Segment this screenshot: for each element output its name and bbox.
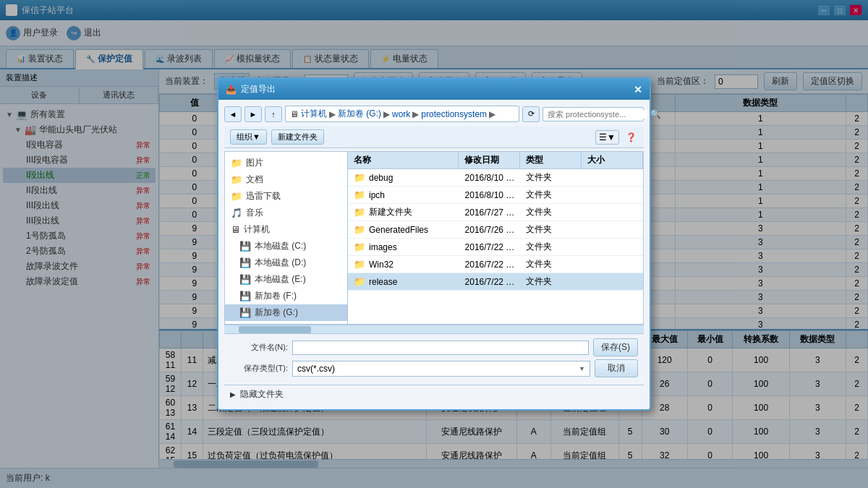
filetype-dropdown[interactable]: csv(*.csv) ▼ [292, 361, 590, 377]
filename-row: 文件名(N): 保存(S) [230, 338, 638, 356]
file-browser: ◄ ► ↑ 🖥 计算机 ▶ 新加卷 (G:) ▶ work ▶ protecti… [218, 100, 650, 409]
breadcrumb-icon: 🖥 [290, 109, 299, 119]
col-date: 修改日期 [459, 152, 520, 168]
breadcrumb-part2[interactable]: 新加卷 (G:) [338, 108, 381, 120]
folder-icon: 📁 [354, 172, 365, 183]
filetype-row: 保存类型(T): csv(*.csv) ▼ 取消 [230, 359, 638, 377]
right-panel: 名称 修改日期 类型 大小 📁 debug 2016/8/10 15:09 文件… [348, 152, 643, 324]
list-item[interactable]: 📁 release 2016/7/22 9:28 文件夹 [348, 273, 643, 291]
left-tree-computer[interactable]: 🖥 计算机 [225, 221, 347, 238]
left-tree-docs[interactable]: 📁 文档 [225, 171, 347, 188]
folder-toolbar: 组织▼ 新建文件夹 ☰▼ ❓ [224, 127, 644, 148]
file-browser-hscroll-thumb[interactable] [239, 326, 311, 333]
filename-input[interactable] [292, 341, 589, 355]
list-item[interactable]: 📁 新建文件夹 2016/7/27 17:11 文件夹 [348, 204, 643, 221]
breadcrumb-part4[interactable]: protectionsystem [421, 109, 487, 119]
left-tree-pictures[interactable]: 📁 图片 [225, 155, 347, 171]
nav-refresh-btn[interactable]: ⟳ [522, 106, 540, 122]
left-tree-c[interactable]: 💾 本地磁盘 (C:) [225, 238, 347, 254]
file-list-header: 名称 修改日期 类型 大小 [348, 152, 643, 169]
list-item[interactable]: 📁 Win32 2016/7/22 9:31 文件夹 [348, 256, 643, 273]
file-browser-body: 📁 图片 📁 文档 📁 迅雷下载 🎵 音乐 [224, 151, 644, 325]
col-name: 名称 [348, 152, 459, 168]
list-item[interactable]: 📁 GeneratedFiles 2016/7/26 17:30 文件夹 [348, 221, 643, 239]
list-item[interactable]: 📁 images 2016/7/22 12:00 文件夹 [348, 239, 643, 256]
folder-icon: 📁 [354, 189, 365, 200]
left-tree-d[interactable]: 💾 本地磁盘 (D:) [225, 254, 347, 271]
filetype-label: 保存类型(T): [230, 363, 288, 374]
breadcrumb-bar: 🖥 计算机 ▶ 新加卷 (G:) ▶ work ▶ protectionsyst… [285, 106, 519, 122]
search-box: 🔍 [542, 107, 644, 121]
left-tree-g[interactable]: 💾 新加卷 (G:) [225, 304, 347, 321]
file-inputs: 文件名(N): 保存(S) 保存类型(T): csv(*.csv) ▼ 取消 [224, 333, 644, 385]
left-panel: 📁 图片 📁 文档 📁 迅雷下载 🎵 音乐 [225, 152, 348, 324]
help-btn[interactable]: ❓ [624, 130, 638, 145]
new-folder-btn[interactable]: 新建文件夹 [271, 129, 324, 145]
dialog-title: 📤 定值导出 [226, 83, 276, 95]
organize-btn[interactable]: 组织▼ [230, 129, 267, 145]
nav-forward-btn[interactable]: ► [244, 106, 262, 122]
filename-label: 文件名(N): [230, 342, 288, 353]
dialog-title-bar: 📤 定值导出 ✕ [218, 79, 650, 100]
nav-up-btn[interactable]: ↑ [265, 106, 282, 122]
view-toggle-btn[interactable]: ☰▼ [595, 130, 619, 145]
file-nav-bar: ◄ ► ↑ 🖥 计算机 ▶ 新加卷 (G:) ▶ work ▶ protecti… [224, 106, 644, 122]
search-input[interactable] [548, 110, 647, 119]
dropdown-arrow-icon: ▼ [579, 365, 585, 372]
breadcrumb-part1[interactable]: 计算机 [301, 108, 327, 120]
left-tree-e[interactable]: 💾 本地磁盘 (E:) [225, 271, 347, 288]
folder-icon: 📁 [354, 276, 365, 287]
cancel-btn[interactable]: 取消 [595, 359, 638, 377]
breadcrumb-part3[interactable]: work [392, 109, 410, 119]
toggle-icon[interactable]: ▶ [230, 390, 236, 398]
dialog-export: 📤 定值导出 ✕ ◄ ► ↑ 🖥 计算机 ▶ 新加卷 (G:) ▶ work ▶ [217, 77, 651, 411]
list-item[interactable]: 📁 ipch 2016/8/10 8:29 文件夹 [348, 187, 643, 204]
folder-icon: 📁 [354, 241, 365, 252]
dialog-close-btn[interactable]: ✕ [634, 84, 642, 95]
list-item[interactable]: 📁 debug 2016/8/10 15:09 文件夹 [348, 169, 643, 187]
folder-icon: 📁 [354, 224, 365, 235]
file-list-body: 📁 debug 2016/8/10 15:09 文件夹 📁 ipch 2016/… [348, 169, 643, 291]
left-tree-f[interactable]: 💾 新加卷 (F:) [225, 288, 347, 304]
left-tree-music[interactable]: 🎵 音乐 [225, 205, 347, 221]
col-type: 类型 [520, 152, 582, 168]
dialog-overlay: 📤 定值导出 ✕ ◄ ► ↑ 🖥 计算机 ▶ 新加卷 (G:) ▶ work ▶ [0, 0, 868, 488]
search-icon: 🔍 [650, 109, 661, 119]
hidden-folder-row: ▶ 隐藏文件夹 [224, 385, 644, 403]
file-browser-hscroll[interactable] [224, 325, 644, 333]
save-btn[interactable]: 保存(S) [593, 338, 638, 356]
nav-back-btn[interactable]: ◄ [224, 106, 242, 122]
col-size: 大小 [582, 152, 643, 168]
hidden-folder-label: 隐藏文件夹 [240, 388, 284, 401]
dialog-title-icon: 📤 [226, 85, 237, 95]
left-tree-thunder[interactable]: 📁 迅雷下载 [225, 188, 347, 205]
folder-icon: 📁 [354, 259, 365, 270]
folder-icon: 📁 [354, 207, 365, 218]
